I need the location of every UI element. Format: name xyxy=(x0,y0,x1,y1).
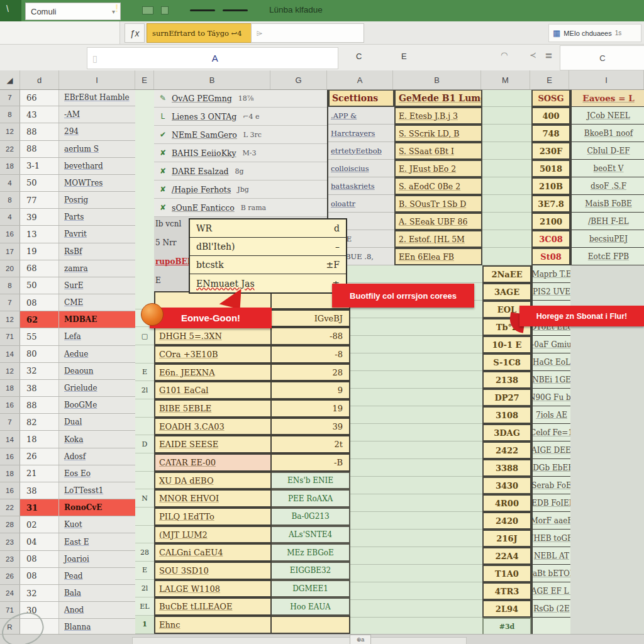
name-cell[interactable]: SurE xyxy=(59,277,135,294)
row-number[interactable]: 18 xyxy=(0,380,20,396)
value-cell[interactable]: DGMEE1 xyxy=(272,580,350,598)
name-cell[interactable]: RsBf xyxy=(59,243,135,260)
table-row[interactable]: EtBE3 NOU a [ersis ta ILG 3430 Serab FoE xyxy=(328,477,644,494)
value-cell[interactable]: 39 xyxy=(272,418,350,436)
amount-cell[interactable]: 210B xyxy=(531,177,570,195)
table-row[interactable]: 8 43 -AM xyxy=(0,106,135,123)
name-cell[interactable]: CME xyxy=(59,294,135,311)
table-row[interactable]: 14 80 Aedue xyxy=(0,346,135,363)
table-row[interactable]: colloiscius E. JEust bEo 2 5018 beoEt V xyxy=(328,160,644,177)
amount-cell[interactable]: 3108 xyxy=(482,406,531,424)
row-number[interactable]: 16 xyxy=(0,397,20,413)
amount-cell[interactable]: S-1C8 xyxy=(482,353,531,371)
table-row[interactable]: n. BBUE .8, EEn 6Elea FB St08 EotcE FPB xyxy=(328,248,644,265)
table-row[interactable]: 26 08 Pead xyxy=(0,568,135,585)
value-cell[interactable]: 38 xyxy=(20,380,59,396)
amount-cell[interactable]: 4R00 xyxy=(482,494,531,512)
value-cell[interactable]: -88 xyxy=(272,327,350,345)
table-row[interactable]: EOADH 3.CA03 39 xyxy=(135,418,350,436)
partial-cell-text[interactable]: rupoBEE xyxy=(155,252,191,271)
note-cell[interactable]: PaBt bETOE xyxy=(531,565,570,582)
icon-cell[interactable]: 2l xyxy=(135,580,154,598)
name-box-area[interactable] xyxy=(0,21,120,44)
note-cell[interactable]: Celof Fe=1 xyxy=(531,424,570,441)
row-number[interactable]: 22 xyxy=(0,499,20,516)
value-cell[interactable]: 21 xyxy=(20,465,59,482)
note-cell[interactable]: 7-0aF Gmiun xyxy=(531,336,570,353)
table-row[interactable]: 71 55 Lefa xyxy=(0,328,135,345)
table-row[interactable]: EoDNod. GO uruunoS DBASE 2L94 RsGb (2E xyxy=(328,600,644,618)
section-cell[interactable]: etrtetyEetbob xyxy=(328,142,394,160)
value-cell[interactable]: Hoo EAUA xyxy=(272,597,350,616)
row-number[interactable]: 20 xyxy=(0,260,20,277)
note-cell[interactable]: EotcE FPB xyxy=(570,248,644,265)
amount-cell[interactable]: 2420 xyxy=(482,512,531,530)
table-row[interactable]: 22 31 RonoCvE xyxy=(0,499,135,516)
value-cell[interactable]: 66 xyxy=(20,89,59,106)
name-cell[interactable]: Posrig xyxy=(59,192,135,208)
name-cell[interactable]: MDBAE xyxy=(59,311,135,328)
font-name-dropdown[interactable]: Comuli ▾ xyxy=(25,3,121,20)
table-row[interactable]: 17 19 RsBf xyxy=(0,243,135,260)
label-cell[interactable]: LALGE W1108 xyxy=(154,580,272,598)
label-cell[interactable]: DHGH 5=.3XN xyxy=(154,327,272,345)
list-item[interactable]: ✘ /Hapie Ferhots Jbg xyxy=(154,180,327,199)
value-cell[interactable]: -8 xyxy=(272,345,350,364)
table-row[interactable]: EEGI 1LIG & GT RAE PC3ME 2422 MAIGE DEEI… xyxy=(328,441,644,459)
name-cell[interactable]: bevethard xyxy=(59,158,135,174)
value-cell[interactable]: Ba-0G213 xyxy=(272,508,350,526)
row-number[interactable]: 8 xyxy=(0,106,20,123)
fx-button[interactable]: ƒx xyxy=(125,23,145,43)
icon-cell[interactable]: D xyxy=(135,435,154,453)
amount-cell[interactable]: 3430 xyxy=(482,477,531,494)
name-cell[interactable]: MOWTres xyxy=(59,175,135,191)
table-row[interactable]: 8 77 Posrig xyxy=(0,192,135,209)
table-row[interactable]: 18 38 Grielude xyxy=(0,380,135,397)
name-cell[interactable]: Dual xyxy=(59,414,135,430)
spacer-cell[interactable] xyxy=(328,318,482,336)
spacer-cell[interactable] xyxy=(328,547,482,565)
label-cell[interactable]: E6n. JEEXNA xyxy=(154,364,272,382)
note-cell[interactable]: JHEB toGF xyxy=(531,530,570,547)
name-cell[interactable]: Bala xyxy=(59,585,135,601)
label-cell[interactable]: E. Etesb J.B.j 3 xyxy=(394,107,482,125)
note-cell[interactable]: NEBL AT xyxy=(531,547,570,565)
name-cell[interactable]: Aedue xyxy=(59,346,135,362)
partial-cell-text[interactable]: Ib vcnl xyxy=(155,214,191,233)
name-cell[interactable]: Blanna xyxy=(59,619,135,635)
spacer-cell[interactable] xyxy=(482,142,531,160)
column-header[interactable]: I xyxy=(59,70,135,89)
table-row[interactable]: PRMY. ADD : S'RGTREEE 4TR3 DAGE EF L H xyxy=(328,582,644,600)
value-cell[interactable]: 08 xyxy=(20,294,59,311)
table-row[interactable]: ▢ DHGH 5=.3XN -88 xyxy=(135,327,350,345)
spacer-cell[interactable] xyxy=(482,213,531,230)
row-number[interactable]: 7 xyxy=(0,294,20,311)
icon-cell[interactable] xyxy=(135,345,154,364)
spacer-cell[interactable] xyxy=(328,459,482,477)
name-cell[interactable]: aerlum S xyxy=(59,141,135,157)
value-cell[interactable]: 38 xyxy=(20,482,59,499)
partial-cell-text[interactable]: 5 Nrr xyxy=(155,233,191,252)
table-row[interactable]: 1. iyE 2. Estof. [HL 5M 3C08 becsiuPEJ xyxy=(328,230,644,248)
icon-cell[interactable] xyxy=(135,508,154,526)
row-number[interactable]: 4 xyxy=(0,175,20,191)
amount-cell[interactable]: 400 xyxy=(531,107,570,125)
row-number[interactable]: 12 xyxy=(0,311,20,328)
spacer-cell[interactable] xyxy=(328,600,482,618)
table-row[interactable]: battaskriets S. aEodC 0Be 2 210B dsoF .S… xyxy=(328,177,644,195)
value-cell[interactable]: 88 xyxy=(20,123,59,140)
value-cell[interactable]: 50 xyxy=(20,175,59,191)
amount-cell[interactable]: 3DAG xyxy=(482,424,531,441)
note-cell[interactable]: PIS2 UVE xyxy=(531,283,570,301)
name-cell[interactable]: Kuot xyxy=(59,516,135,533)
spacer-cell[interactable] xyxy=(328,618,482,635)
note-cell[interactable]: RsGb (2E xyxy=(531,600,570,618)
table-row[interactable]: 4 50 MOWTres xyxy=(0,175,135,192)
note-cell[interactable] xyxy=(531,618,570,635)
label-cell[interactable]: S. aEodC 0Be 2 xyxy=(394,177,482,195)
spacer-cell[interactable] xyxy=(328,565,482,582)
table-row[interactable]: PILQ 1EdTTo Ba-0G213 xyxy=(135,508,350,526)
value-cell[interactable]: 08 xyxy=(20,568,59,584)
value-cell[interactable]: 3-1 xyxy=(20,158,59,174)
spacer-cell[interactable] xyxy=(482,107,531,125)
